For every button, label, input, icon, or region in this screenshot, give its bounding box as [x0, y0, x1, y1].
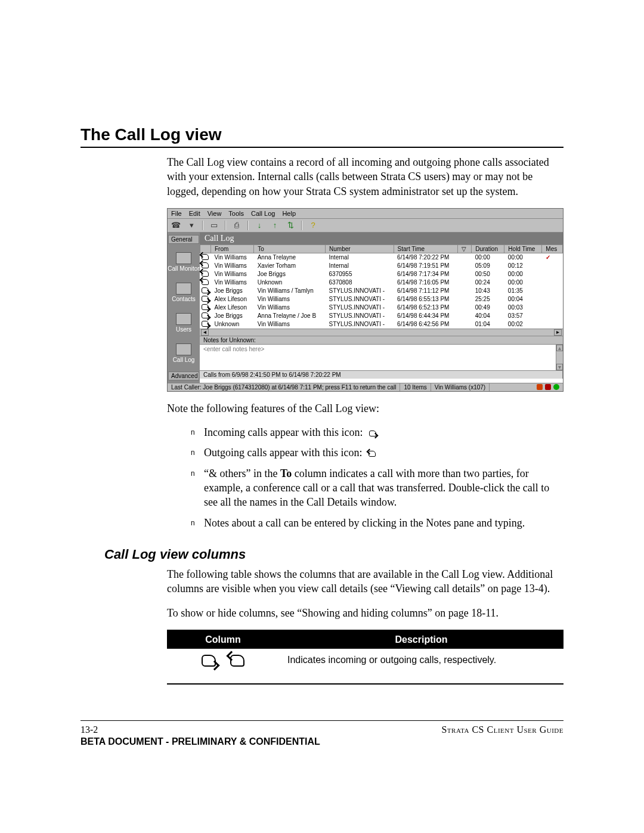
outgoing-call-icon [202, 279, 209, 285]
status-bar: Last Caller: Joe Briggs (6174312080) at … [168, 383, 563, 391]
table-row[interactable]: Vin WilliamsAnna TrelayneInternal6/14/98… [200, 253, 563, 262]
scroll-left-icon[interactable]: ◂ [201, 329, 209, 336]
table-row[interactable]: Joe BriggsVin Williams / TamlynSTYLUS.IN… [200, 287, 563, 295]
outgoing-call-icon [202, 254, 209, 260]
refresh-icon[interactable]: ⇅ [286, 221, 295, 230]
cell-from: Vin Williams [211, 278, 254, 287]
hangup-icon[interactable]: ▭ [209, 221, 219, 230]
print-icon[interactable]: ⎙ [232, 221, 242, 230]
cell-start: 6/14/98 6:44:34 PM [394, 312, 458, 320]
cell-duration: 00:50 [472, 270, 504, 278]
cell-duration: 01:04 [472, 320, 504, 329]
menu-call-log[interactable]: Call Log [251, 210, 275, 217]
help-icon[interactable]: ? [308, 221, 318, 230]
col-mes[interactable]: Mes [542, 244, 563, 253]
cell-from: Joe Briggs [211, 287, 254, 295]
menu-file[interactable]: File [171, 210, 182, 217]
table-row[interactable]: Vin WilliamsJoe Briggs63709556/14/98 7:1… [200, 270, 563, 278]
col-to[interactable]: To [254, 244, 326, 253]
columns-intro: The following table shows the columns th… [167, 567, 564, 596]
footer-guide-title: Strata CS Client User Guide [441, 724, 564, 735]
cell-start: 6/14/98 7:17:34 PM [394, 270, 458, 278]
note-features-line: Note the following features of the Call … [167, 401, 564, 416]
cell-to: Anna Trelayne [254, 253, 326, 262]
cell-mes [542, 262, 563, 270]
cell-hold: 00:00 [504, 270, 542, 278]
down-arrow-icon[interactable]: ↓ [255, 221, 264, 230]
dropdown-icon[interactable]: ▾ [187, 221, 196, 230]
col-hold-time[interactable]: Hold Time [504, 244, 542, 253]
nav-contacts[interactable]: Contacts [168, 280, 200, 305]
cell-start: 6/14/98 6:42:56 PM [394, 320, 458, 329]
cell-mes [542, 270, 563, 278]
col-duration[interactable]: Duration [472, 244, 504, 253]
nav-general[interactable]: General [168, 235, 199, 244]
columns-table: Column Description Indicates incoming or… [167, 630, 564, 685]
notes-v-scroll[interactable]: ▴▾ [556, 345, 563, 370]
table-row[interactable]: Vin WilliamsXavier TorhamInternal6/14/98… [200, 262, 563, 270]
incoming-call-icon [202, 296, 209, 302]
cell-start: 6/14/98 7:11:12 PM [394, 287, 458, 295]
cell-hold: 00:00 [504, 278, 542, 287]
cell-from: Vin Williams [211, 262, 254, 270]
cell-to: Vin Williams [254, 295, 326, 304]
call-log-screenshot: File Edit View Tools Call Log Help ☎ ▾ ▭… [167, 208, 564, 392]
scroll-right-icon[interactable]: ▸ [554, 329, 562, 336]
cell-number: STYLUS.INNOVATI - [326, 304, 394, 312]
cell-from: Unknown [211, 320, 254, 329]
cell-hold: 00:03 [504, 304, 542, 312]
nav-call-log[interactable]: Call Log [168, 341, 200, 366]
cell-hold: 00:02 [504, 320, 542, 329]
col-from[interactable]: From [211, 244, 254, 253]
outgoing-call-icon [369, 451, 376, 457]
cell-mes [542, 304, 563, 312]
table-row[interactable]: Joe BriggsAnna Trelayne / Joe BSTYLUS.IN… [200, 312, 563, 320]
feature-bullets: n Incoming calls appear with this icon: … [191, 425, 564, 530]
menu-help[interactable]: Help [282, 210, 296, 217]
cell-duration: 05:09 [472, 262, 504, 270]
outgoing-call-icon-large [230, 655, 244, 667]
col-header-column: Column [167, 630, 279, 649]
table-row[interactable]: Alex LifesonVin WilliamsSTYLUS.INNOVATI … [200, 304, 563, 312]
status-item-count: 10 Items [400, 383, 431, 391]
incoming-call-icon [202, 287, 209, 293]
h-scrollbar[interactable]: ◂ ▸ [200, 329, 563, 336]
status-icon-2 [545, 384, 551, 390]
col-number[interactable]: Number [326, 244, 394, 253]
table-row[interactable]: Alex LifesonVin WilliamsSTYLUS.INNOVATI … [200, 295, 563, 304]
bullet-outgoing: Outgoing calls appear with this icon: [204, 445, 564, 460]
cell-duration: 40:04 [472, 312, 504, 320]
call-log-table: From To Number Start Time ▽ Duration Hol… [200, 244, 563, 329]
col-start-time[interactable]: Start Time [394, 244, 458, 253]
nav-users[interactable]: Users [168, 311, 200, 335]
menu-tools[interactable]: Tools [228, 210, 244, 217]
notes-input[interactable]: <enter call notes here> ▴▾ [200, 345, 563, 370]
up-arrow-icon[interactable]: ↑ [270, 221, 280, 230]
table-row[interactable]: UnknownVin WilliamsSTYLUS.INNOVATI -6/14… [200, 320, 563, 329]
intro-paragraph: The Call Log view contains a record of a… [167, 155, 564, 199]
heading-columns: Call Log view columns [104, 547, 564, 562]
cell-number: STYLUS.INNOVATI - [326, 295, 394, 304]
phone-icon[interactable]: ☎ [171, 221, 181, 230]
cell-hold: 00:12 [504, 262, 542, 270]
incoming-call-icon [202, 321, 209, 327]
menu-view[interactable]: View [208, 210, 222, 217]
footer-beta: BETA DOCUMENT - PRELIMINARY & CONFIDENTI… [80, 736, 564, 747]
incoming-call-icon-large [202, 655, 216, 667]
cell-hold: 01:35 [504, 287, 542, 295]
cell-duration: 25:25 [472, 295, 504, 304]
incoming-call-icon [369, 431, 376, 436]
col-sort-indicator[interactable]: ▽ [458, 244, 472, 253]
table-row[interactable]: Vin WilliamsUnknown63708086/14/98 7:16:0… [200, 278, 563, 287]
cell-mes: ✓ [542, 253, 563, 262]
cell-number: Internal [326, 262, 394, 270]
cell-duration: 00:49 [472, 304, 504, 312]
nav-call-monitor[interactable]: Call Monitor [168, 250, 200, 274]
nav-advanced[interactable]: Advanced [168, 371, 199, 380]
bullet-incoming: Incoming calls appear with this icon: [204, 425, 564, 439]
cell-hold: 00:00 [504, 253, 542, 262]
cell-number: STYLUS.INNOVATI - [326, 312, 394, 320]
menu-edit[interactable]: Edit [189, 210, 200, 217]
cell-start: 6/14/98 7:19:51 PM [394, 262, 458, 270]
cell-duration: 00:00 [472, 253, 504, 262]
